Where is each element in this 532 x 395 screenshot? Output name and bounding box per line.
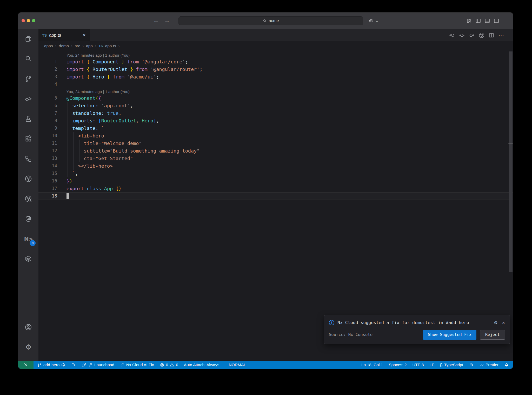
- code-token: }: [66, 178, 69, 184]
- activity-item-testing[interactable]: [22, 112, 35, 125]
- breadcrumb-item-demo[interactable]: demo: [59, 44, 69, 48]
- activity-item-source-control[interactable]: [22, 72, 35, 85]
- reject-button[interactable]: Reject: [480, 330, 505, 340]
- activity-item-explorer[interactable]: [22, 32, 35, 45]
- code-token: {: [98, 95, 101, 101]
- layout-bottom-icon: [484, 18, 490, 24]
- nav-forward-button[interactable]: [469, 32, 475, 38]
- code-line-9[interactable]: 9 template: `: [38, 124, 513, 132]
- toggle-primary-sidebar-button[interactable]: [475, 18, 481, 24]
- status-item-auto-attach[interactable]: Auto Attach: Always: [184, 363, 219, 367]
- code-line-18[interactable]: 18: [38, 192, 513, 200]
- status-item-eol[interactable]: LF: [429, 363, 434, 367]
- code-line-5[interactable]: 5@Component({: [38, 94, 513, 102]
- nx-graph-action-button[interactable]: [478, 32, 485, 38]
- status-item-prettier[interactable]: Prettier: [479, 363, 498, 367]
- wrench-icon: [120, 363, 125, 367]
- status-item-launchpad[interactable]: Launchpad: [82, 363, 114, 367]
- status-item-branch-publish[interactable]: add-hero: [37, 363, 66, 367]
- extensions-icon: [24, 135, 32, 143]
- code-editor[interactable]: You, 24 minutes ago | 1 author (You)1imp…: [38, 51, 513, 361]
- toggle-panel-button[interactable]: [484, 18, 490, 24]
- code-line-13[interactable]: 13 cta="Get Started": [38, 155, 513, 162]
- show-suggested-fix-button[interactable]: Show Suggested Fix: [423, 330, 476, 340]
- notification-settings-icon[interactable]: ⚙: [494, 320, 497, 325]
- nav-position-button[interactable]: [459, 32, 465, 38]
- command-center-search[interactable]: acme: [178, 16, 363, 25]
- remote-indicator[interactable]: [18, 361, 34, 369]
- navigate-back-icon[interactable]: ←: [153, 17, 159, 24]
- notification-source: Source: Nx Console: [329, 332, 373, 337]
- code-token: ,: [75, 171, 78, 176]
- toggle-secondary-sidebar-button[interactable]: [493, 18, 500, 24]
- activity-item-containers[interactable]: [22, 252, 35, 265]
- notification-close-icon[interactable]: ✕: [502, 320, 505, 325]
- close-window-button[interactable]: [22, 19, 25, 22]
- code-line-6[interactable]: 6 selector: 'app-root',: [38, 102, 513, 109]
- activity-item-references-hierarchy[interactable]: [22, 152, 35, 165]
- code-line-15[interactable]: 15 `,: [38, 170, 513, 177]
- close-tab-icon[interactable]: ✕: [83, 33, 86, 38]
- copilot-menu[interactable]: ⌄: [368, 16, 379, 25]
- code-token: [148, 67, 150, 72]
- tab-app-ts[interactable]: TS app.ts ✕: [38, 29, 90, 41]
- split-editor-button[interactable]: [488, 32, 495, 38]
- code-line-10[interactable]: 10 <lib-hero: [38, 132, 513, 140]
- navigate-forward-icon[interactable]: →: [164, 17, 170, 24]
- code-line-2[interactable]: 2import { RouterOutlet } from '@angular/…: [38, 65, 513, 73]
- activity-item-nx-console[interactable]: N>3: [22, 232, 35, 245]
- activity-item-search[interactable]: [22, 52, 35, 65]
- status-item-encoding[interactable]: UTF-8: [412, 363, 424, 367]
- account-icon: [24, 323, 32, 331]
- line-number: 18: [38, 192, 57, 200]
- customize-layout-button[interactable]: [466, 18, 472, 24]
- breadcrumb-item-file[interactable]: app.ts: [105, 44, 116, 48]
- activity-item-edge-browser[interactable]: [22, 212, 35, 225]
- breadcrumb-item-src[interactable]: src: [75, 44, 80, 48]
- code-token: [90, 67, 92, 72]
- status-item-text: Spaces: 2: [389, 363, 407, 367]
- code-line-11[interactable]: 11 title="Welcmoe demo": [38, 140, 513, 147]
- code-line-4[interactable]: 4: [38, 81, 513, 88]
- status-item-problems[interactable]: 00: [160, 363, 178, 367]
- code-line-17[interactable]: 17export class App {}: [38, 185, 513, 192]
- activity-item-settings[interactable]: ⚙: [22, 341, 35, 354]
- code-line-14[interactable]: 14 ></lib-hero>: [38, 162, 513, 170]
- breadcrumb-item-app[interactable]: app: [86, 44, 93, 48]
- activity-item-nx-project-graph[interactable]: [22, 172, 35, 185]
- code-token: [119, 59, 122, 64]
- code-token: subtitle="Build something amazing today": [66, 148, 200, 154]
- activity-item-extensions[interactable]: [22, 132, 35, 145]
- git-blame-codelens[interactable]: You, 24 minutes ago | 1 author (You): [38, 51, 513, 58]
- status-item-indentation[interactable]: Spaces: 2: [389, 363, 407, 367]
- status-item-language-mode[interactable]: {}TypeScript: [440, 363, 463, 367]
- status-item-nx-cloud-ai-fix[interactable]: Nx Cloud AI Fix: [120, 363, 154, 367]
- activity-item-run-and-debug[interactable]: [22, 92, 35, 105]
- code-line-1[interactable]: 1import { Component } from '@angular/cor…: [38, 58, 513, 65]
- status-item-notifications-bell[interactable]: [504, 363, 509, 367]
- git-blame-codelens[interactable]: You, 24 minutes ago | 1 author (You): [38, 88, 513, 94]
- breadcrumb-item-apps[interactable]: apps: [44, 44, 53, 48]
- nav-back-button[interactable]: [449, 32, 455, 38]
- scrollbar-thumb[interactable]: [509, 51, 513, 272]
- status-item-source-control-graph[interactable]: [71, 363, 76, 367]
- activity-item-nx-graph-search[interactable]: [22, 192, 35, 205]
- code-line-3[interactable]: 3import { Hero } from '@acme/ui';: [38, 73, 513, 81]
- breadcrumb-item-more[interactable]: ...: [122, 44, 125, 48]
- more-actions-button[interactable]: ⋯: [498, 32, 504, 39]
- code-line-8[interactable]: 8 imports: [RouterOutlet, Hero],: [38, 117, 513, 124]
- indent-guide: [73, 162, 74, 170]
- minimize-window-button[interactable]: [27, 19, 30, 22]
- code-line-7[interactable]: 7 standalone: true,: [38, 109, 513, 117]
- indent-guide: [73, 155, 74, 162]
- editor-scrollbar[interactable]: [508, 51, 513, 361]
- graph-search-icon: [24, 195, 32, 203]
- activity-item-accounts[interactable]: [22, 321, 35, 334]
- status-item-copilot-status[interactable]: [469, 363, 474, 367]
- code-line-12[interactable]: 12 subtitle="Build something amazing tod…: [38, 147, 513, 155]
- search-icon: [24, 55, 32, 63]
- status-item-cursor-position[interactable]: Ln 18, Col 1: [361, 363, 383, 367]
- status-item-vim-mode[interactable]: -- NORMAL --: [225, 363, 250, 367]
- code-line-16[interactable]: 16}): [38, 177, 513, 185]
- zoom-window-button[interactable]: [32, 19, 35, 22]
